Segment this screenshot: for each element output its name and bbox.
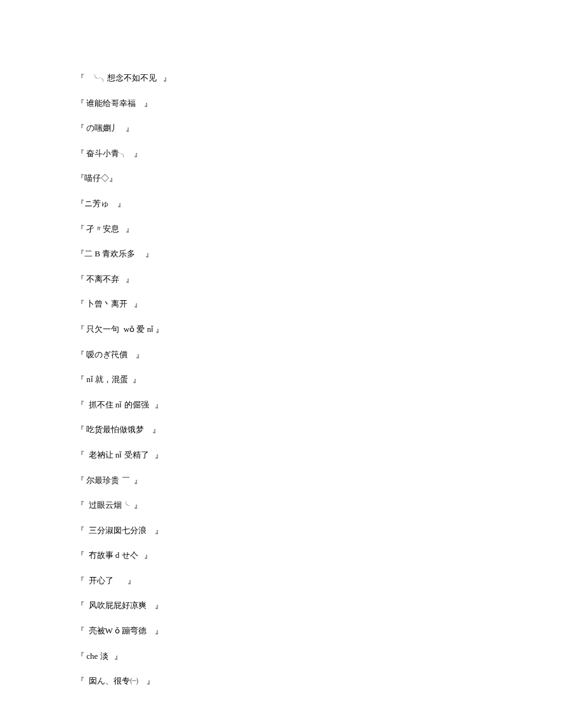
list-item: 『 过眼云烟╰ 』 [76,500,488,510]
list-item: 『 奋斗小青╮ 』 [76,149,488,159]
list-item: 『 nǐ 就，混蛋 』 [76,374,488,385]
list-item: 『 只欠一句 wǒ 爱 nǐ 』 [76,324,488,334]
list-item: 『 卜曾丶离开 』 [76,299,488,309]
list-item: 『 不离不弃 』 [76,274,488,284]
list-item: 『 吃货最怕做饿梦 』 [76,425,488,435]
list-item: 『 ╰╮想念不如不见 』 [76,73,488,83]
list-item: 『 抓不住 nǐ 的倔强 』 [76,400,488,410]
list-item: 『 の嗤嬼丿 』 [76,123,488,133]
list-item: 『 开心了ゞ 』 [76,576,488,586]
list-item: 『 嗳のぎ笩價 』 [76,350,488,360]
list-item: 『 老衲让 nǐ 受精了 』 [76,450,488,460]
list-item: 『喵仔◇』 [76,173,488,183]
list-item: 『 三分淑囡七分浪 』 [76,526,488,536]
list-item: 『ニ芳ゅ 』 [76,199,488,209]
list-item: 『 谁能给哥幸福 』 [76,98,488,109]
list-item: 『 che 淡 』 [76,651,488,661]
list-item: 『 冇故事 d せ亽 』 [76,550,488,560]
list-item: 『 孑〃安息 』 [76,224,488,234]
list-item: 『 亮被W ǒ 蹦弯德 』 [76,626,488,636]
list-item: 『二 B 青欢乐多 』 [76,249,488,259]
text-content: 『 ╰╮想念不如不见 』 『 谁能给哥幸福 』 『 の嗤嬼丿 』 『 奋斗小青╮… [76,73,488,701]
list-item: 『 尔最珍贵 ￣ 』 [76,475,488,486]
list-item: 『 囡ん、很专㈠ 』 [76,676,488,686]
list-item: 『 风吹屁屁好凉爽 』 [76,600,488,611]
